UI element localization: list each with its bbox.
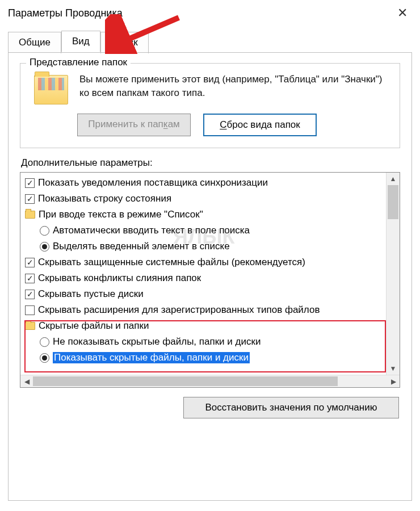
scroll-right-icon[interactable]: ▶ <box>387 378 400 386</box>
checkbox[interactable] <box>25 194 35 204</box>
checkbox[interactable] <box>25 274 35 283</box>
advanced-item-label: При вводе текста в режиме "Список" <box>39 209 203 220</box>
radio[interactable] <box>40 337 49 347</box>
advanced-item-label: Не показывать скрытые файлы, папки и дис… <box>53 336 261 347</box>
folder-views-group: Представление папок Вы можете применить … <box>20 63 400 148</box>
folder-views-description: Вы можете применить этот вид (например, … <box>79 72 392 104</box>
tab-search[interactable]: Поиск <box>100 32 149 53</box>
folder-icon <box>34 75 68 104</box>
scroll-up-icon[interactable]: ▲ <box>387 173 400 185</box>
horizontal-scroll-thumb[interactable] <box>33 376 338 386</box>
advanced-item[interactable]: Показывать строку состояния <box>25 191 386 207</box>
advanced-item[interactable]: Показывать скрытые файлы, папки и диски <box>25 350 386 366</box>
horizontal-scrollbar[interactable]: ◀ ▶ <box>20 375 400 387</box>
advanced-item[interactable]: Автоматически вводить текст в поле поиск… <box>25 223 386 238</box>
radio[interactable] <box>40 242 49 252</box>
scroll-left-icon[interactable]: ◀ <box>20 378 33 386</box>
advanced-item-label: Показывать строку состояния <box>38 193 171 204</box>
close-icon[interactable]: ✕ <box>394 6 411 20</box>
window-title: Параметры Проводника <box>8 7 123 19</box>
advanced-settings-label: Дополнительные параметры: <box>21 157 400 169</box>
restore-defaults-button[interactable]: Восстановить значения по умолчанию <box>183 397 399 418</box>
scroll-down-icon[interactable]: ▼ <box>387 362 400 375</box>
tab-panel-view: Представление папок Вы можете применить … <box>8 52 412 501</box>
advanced-item[interactable]: Скрывать пустые диски <box>25 286 386 302</box>
advanced-settings-list: Показать уведомления поставщика синхрони… <box>20 172 400 388</box>
advanced-item[interactable]: Не показывать скрытые файлы, папки и дис… <box>25 334 386 350</box>
advanced-item-label: Показывать скрытые файлы, папки и диски <box>53 352 250 363</box>
advanced-item-label: Выделять введенный элемент в списке <box>53 241 230 252</box>
advanced-item-label: Скрытые файлы и папки <box>39 320 149 332</box>
folder-views-legend: Представление папок <box>26 57 131 68</box>
checkbox[interactable] <box>25 178 35 188</box>
advanced-item[interactable]: Скрывать защищенные системные файлы (рек… <box>25 254 386 270</box>
tab-general[interactable]: Общие <box>8 32 61 53</box>
tab-bar: Общие Вид Поиск <box>8 31 420 52</box>
checkbox[interactable] <box>25 290 35 299</box>
checkbox[interactable] <box>25 258 35 267</box>
apply-to-folders-button: Применить к папкам <box>77 114 191 136</box>
advanced-item-label: Скрывать защищенные системные файлы (рек… <box>38 257 305 268</box>
folder-group-icon <box>25 322 35 330</box>
radio[interactable] <box>40 353 49 363</box>
advanced-item[interactable]: Показать уведомления поставщика синхрони… <box>25 175 386 191</box>
advanced-item-label: Скрывать пустые диски <box>38 288 144 300</box>
vertical-scroll-thumb[interactable] <box>388 185 398 219</box>
advanced-item[interactable]: Скрытые файлы и папки <box>25 318 386 334</box>
advanced-item-label: Показать уведомления поставщика синхрони… <box>38 177 268 189</box>
reset-folders-button[interactable]: Сброс вида папок <box>203 114 317 136</box>
advanced-item-label: Скрывать расширения для зарегистрированн… <box>38 304 320 316</box>
advanced-item-label: Автоматически вводить текст в поле поиск… <box>53 225 250 236</box>
radio[interactable] <box>40 226 49 236</box>
vertical-scrollbar[interactable]: ▲ ▼ <box>386 173 400 375</box>
folder-group-icon <box>25 211 35 219</box>
advanced-item[interactable]: Выделять введенный элемент в списке <box>25 238 386 254</box>
advanced-item-label: Скрывать конфликты слияния папок <box>38 273 201 284</box>
checkbox[interactable] <box>25 305 35 315</box>
advanced-item[interactable]: При вводе текста в режиме "Список" <box>25 207 386 223</box>
advanced-item[interactable]: Скрывать конфликты слияния папок <box>25 270 386 286</box>
advanced-item[interactable]: Скрывать расширения для зарегистрированн… <box>25 302 386 318</box>
tab-view[interactable]: Вид <box>61 31 100 52</box>
